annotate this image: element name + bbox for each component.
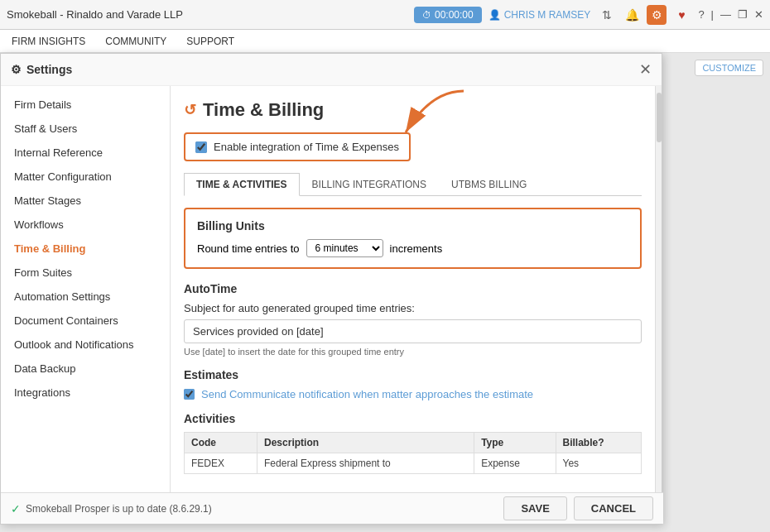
billing-units-row: Round time entries to 6 minutes 1 minute… <box>197 239 628 257</box>
activities-title: Activities <box>184 412 642 425</box>
app-title: Smokeball - Rinaldo and Varade LLP <box>7 8 407 21</box>
sidebar-item-form-suites[interactable]: Form Suites <box>1 261 170 285</box>
col-description: Description <box>257 433 474 453</box>
top-icons: ⇅ 🔔 ⚙ ♥ <box>597 5 691 25</box>
autotime-title: AutoTime <box>184 282 642 295</box>
autotime-helper: Use [date] to insert the date for this g… <box>184 347 642 357</box>
window-controls: ? | — ❐ ✕ <box>698 8 763 21</box>
section-icon: ↺ <box>184 101 196 119</box>
tab-billing-integrations[interactable]: BILLING INTEGRATIONS <box>300 173 439 196</box>
settings-sidebar: Firm Details Staff & Users Internal Refe… <box>1 86 171 524</box>
tab-utbms-billing[interactable]: UTBMS BILLING <box>439 173 539 196</box>
cancel-button[interactable]: CANCEL <box>574 496 653 520</box>
scroll-track[interactable] <box>655 86 662 524</box>
estimates-section: Estimates Send Communicate notification … <box>184 368 642 400</box>
tabs-bar: TIME & ACTIVITIES BILLING INTEGRATIONS U… <box>184 173 642 196</box>
autotime-section: AutoTime Subject for auto generated grou… <box>184 282 642 357</box>
help-icon[interactable]: ? <box>698 8 704 21</box>
section-title: ↺ Time & Billing <box>184 99 642 121</box>
modal-title: ⚙ Settings <box>11 63 639 76</box>
col-billable: Billable? <box>556 433 642 453</box>
nav-support[interactable]: SUPPORT <box>185 32 236 50</box>
minimize-button[interactable]: — <box>720 8 731 21</box>
status-check-icon: ✓ <box>11 502 21 515</box>
enable-integration-label: Enable integration of Time & Expenses <box>214 141 399 153</box>
sidebar-item-internal-reference[interactable]: Internal Reference <box>1 141 170 165</box>
main-area: ⚙ Settings ✕ Firm Details Staff & Users … <box>0 53 770 532</box>
sidebar-item-outlook-notifications[interactable]: Outlook and Notifications <box>1 333 170 357</box>
row-code: FEDEX <box>185 453 257 474</box>
enable-integration-checkbox[interactable] <box>195 141 207 153</box>
modal-header: ⚙ Settings ✕ <box>1 54 662 86</box>
status-bar: ✓ Smokeball Prosper is up to date (8.6.2… <box>1 492 663 524</box>
modal-close-button[interactable]: ✕ <box>639 60 652 79</box>
row-type: Expense <box>474 453 556 474</box>
scroll-thumb[interactable] <box>657 93 662 142</box>
save-button[interactable]: SAVE <box>503 496 566 520</box>
customize-button[interactable]: CUSTOMIZE <box>695 60 763 76</box>
sidebar-item-firm-details[interactable]: Firm Details <box>1 93 170 117</box>
estimates-title: Estimates <box>184 368 642 381</box>
sidebar-item-workflows[interactable]: Workflows <box>1 213 170 237</box>
autotime-label: Subject for auto generated grouped time … <box>184 302 642 314</box>
billing-units-box: Billing Units Round time entries to 6 mi… <box>184 208 642 269</box>
increments-label: increments <box>390 242 443 255</box>
nav-bar: FIRM INSIGHTS COMMUNITY SUPPORT <box>0 30 770 53</box>
col-code: Code <box>185 433 257 453</box>
restore-button[interactable]: ❐ <box>738 8 748 21</box>
modal-body: Firm Details Staff & Users Internal Refe… <box>1 86 662 524</box>
top-bar: Smokeball - Rinaldo and Varade LLP ⏱ 00:… <box>0 0 770 30</box>
table-row: FEDEX Federal Express shipment to Expens… <box>185 453 642 474</box>
status-text: ✓ Smokeball Prosper is up to date (8.6.2… <box>11 502 212 515</box>
timer-button[interactable]: ⏱ 00:00:00 <box>414 7 482 23</box>
settings-icon: ⚙ <box>11 63 22 76</box>
sidebar-item-matter-stages[interactable]: Matter Stages <box>1 189 170 213</box>
minutes-select[interactable]: 6 minutes 1 minute 10 minutes 15 minutes <box>306 239 383 257</box>
sidebar-item-integrations[interactable]: Integrations <box>1 381 170 405</box>
tab-time-activities[interactable]: TIME & ACTIVITIES <box>184 173 300 196</box>
button-row: SAVE CANCEL <box>503 496 653 520</box>
nav-firm-insights[interactable]: FIRM INSIGHTS <box>10 32 87 50</box>
estimates-row: Send Communicate notification when matte… <box>184 388 642 400</box>
user-name: CHRIS M RAMSEY <box>504 9 591 21</box>
sidebar-item-automation-settings[interactable]: Automation Settings <box>1 285 170 309</box>
content-area: ↺ Time & Billing Enable integration of T… <box>171 86 655 524</box>
autotime-input[interactable] <box>184 319 642 343</box>
status-message: Smokeball Prosper is up to date (8.6.29.… <box>26 503 212 515</box>
sidebar-item-time-billing[interactable]: Time & Billing <box>1 237 170 261</box>
activities-section: Activities Code Description Type Billabl… <box>184 412 642 474</box>
round-label: Round time entries to <box>197 242 300 255</box>
close-button[interactable]: ✕ <box>754 8 763 21</box>
nav-community[interactable]: COMMUNITY <box>103 32 168 50</box>
arrows-icon[interactable]: ⇅ <box>597 5 617 25</box>
timer-display: 00:00:00 <box>435 9 474 21</box>
heart-icon[interactable]: ♥ <box>671 5 691 25</box>
enable-integration-row: Enable integration of Time & Expenses <box>184 132 411 161</box>
row-description: Federal Express shipment to <box>257 453 474 474</box>
user-icon: 👤 <box>488 9 501 21</box>
bell-icon[interactable]: 🔔 <box>622 5 642 25</box>
sidebar-item-staff-users[interactable]: Staff & Users <box>1 117 170 141</box>
estimates-label: Send Communicate notification when matte… <box>201 388 533 400</box>
activities-table: Code Description Type Billable? FEDEX Fe… <box>184 432 642 474</box>
sidebar-item-data-backup[interactable]: Data Backup <box>1 357 170 381</box>
sidebar-item-document-containers[interactable]: Document Containers <box>1 309 170 333</box>
user-display: 👤 CHRIS M RAMSEY <box>488 9 591 21</box>
estimates-checkbox[interactable] <box>184 389 195 400</box>
col-type: Type <box>474 433 556 453</box>
sidebar-item-matter-configuration[interactable]: Matter Configuration <box>1 165 170 189</box>
row-billable: Yes <box>556 453 642 474</box>
settings-modal: ⚙ Settings ✕ Firm Details Staff & Users … <box>0 53 662 525</box>
clock-icon: ⏱ <box>422 10 431 20</box>
gear-icon[interactable]: ⚙ <box>647 5 667 25</box>
billing-units-title: Billing Units <box>197 219 628 232</box>
